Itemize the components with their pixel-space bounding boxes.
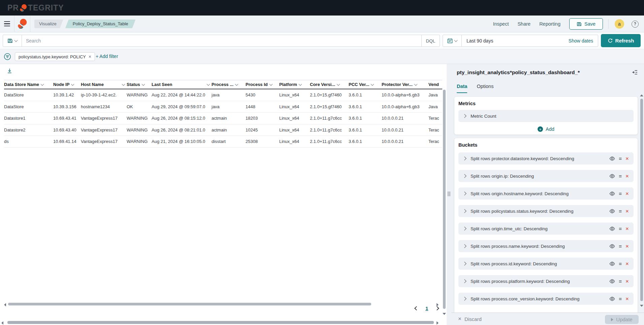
- toggle-visibility-eye-icon[interactable]: [609, 208, 615, 214]
- drag-handle-icon[interactable]: =: [619, 174, 622, 179]
- table-horizontal-scrollbar[interactable]: [8, 303, 371, 305]
- column-header[interactable]: Platform: [279, 82, 310, 87]
- help-icon[interactable]: ?: [632, 21, 639, 28]
- tab-options[interactable]: Options: [477, 84, 493, 93]
- delete-bucket-icon[interactable]: ×: [625, 243, 629, 249]
- drag-handle-icon[interactable]: =: [619, 279, 622, 284]
- panel-resizer-handle[interactable]: [447, 64, 451, 325]
- delete-bucket-icon[interactable]: ×: [625, 261, 629, 267]
- delete-bucket-icon[interactable]: ×: [625, 156, 629, 161]
- bucket-accordion[interactable]: Split rows process.platform.keyword: Des…: [458, 275, 634, 287]
- drag-handle-icon[interactable]: =: [619, 296, 622, 301]
- previous-page-icon[interactable]: [414, 306, 419, 311]
- bucket-accordion[interactable]: Split rows process.name.keyword: Descend…: [458, 240, 634, 252]
- search-input[interactable]: Search DQL: [3, 35, 440, 47]
- remove-filter-icon[interactable]: ×: [89, 54, 91, 59]
- drag-handle-icon[interactable]: =: [619, 209, 622, 214]
- column-header[interactable]: Status: [127, 82, 152, 87]
- table-row[interactable]: DataStore 10.39.1.42 ip-10-39-1-42.ec2. …: [4, 89, 442, 101]
- avatar[interactable]: a: [615, 19, 624, 29]
- panel-scroll-down-arrow[interactable]: [640, 305, 643, 307]
- update-button[interactable]: Update: [605, 315, 639, 324]
- data-table: Data Store Name Node IP Host Name Status…: [4, 80, 442, 148]
- toggle-visibility-eye-icon[interactable]: [609, 278, 615, 284]
- cell-status: OK: [127, 104, 152, 109]
- drag-handle-icon[interactable]: =: [619, 226, 622, 231]
- column-header[interactable]: Process Id: [246, 82, 279, 87]
- delete-bucket-icon[interactable]: ×: [625, 296, 629, 302]
- table-row[interactable]: ds 10.69.41.14 VantageExpress17 WARNING …: [4, 136, 442, 148]
- table-row[interactable]: Datastore1 10.69.43.41 VantageExpress17 …: [4, 113, 442, 124]
- toggle-visibility-eye-icon[interactable]: [609, 261, 615, 267]
- page-number[interactable]: 1: [425, 305, 428, 311]
- scroll-down-arrow[interactable]: [443, 313, 446, 315]
- column-header[interactable]: Protector Ver...: [382, 82, 428, 87]
- saved-query-menu-button[interactable]: [3, 35, 22, 47]
- add-metric-button[interactable]: + Add: [458, 126, 634, 132]
- cell-process-name: java: [212, 104, 246, 109]
- column-header[interactable]: PCC Ver...: [349, 82, 382, 87]
- table-vertical-scrollbar[interactable]: [443, 90, 446, 309]
- bucket-accordion[interactable]: Split rows origin.ip: Descending = ×: [458, 170, 634, 182]
- inspect-link[interactable]: Inspect: [493, 21, 509, 27]
- drag-handle-icon[interactable]: =: [619, 261, 622, 266]
- add-filter-link[interactable]: + Add filter: [96, 54, 118, 59]
- column-header[interactable]: Host Name: [81, 82, 127, 87]
- metric-count-accordion[interactable]: Metric Count: [458, 110, 634, 122]
- header-nav-bar: Visualize Policy_Deploy_Status_Table Ins…: [0, 16, 644, 32]
- date-picker[interactable]: Last 90 days Show dates: [443, 35, 598, 47]
- drag-handle-icon[interactable]: =: [619, 156, 622, 161]
- column-header[interactable]: Node IP: [53, 82, 81, 87]
- column-header[interactable]: Process ...: [212, 82, 246, 87]
- next-page-icon[interactable]: [435, 306, 439, 311]
- download-csv-icon[interactable]: [7, 68, 12, 74]
- column-header[interactable]: Last Seen: [152, 82, 212, 87]
- delete-bucket-icon[interactable]: ×: [625, 226, 629, 232]
- toggle-visibility-eye-icon[interactable]: [609, 296, 615, 302]
- panel-scroll-up-arrow[interactable]: [640, 94, 643, 96]
- toggle-visibility-eye-icon[interactable]: [609, 226, 615, 232]
- table-row[interactable]: Datastore2 10.69.43.40 VantageExpress17 …: [4, 124, 442, 136]
- toggle-visibility-eye-icon[interactable]: [609, 173, 615, 179]
- show-dates-link[interactable]: Show dates: [569, 38, 593, 43]
- toggle-visibility-eye-icon[interactable]: [609, 243, 615, 249]
- tab-data[interactable]: Data: [457, 84, 467, 93]
- delete-bucket-icon[interactable]: ×: [625, 191, 629, 197]
- page-scroll-right-arrow[interactable]: [437, 321, 439, 325]
- breadcrumb-visualize[interactable]: Visualize: [34, 20, 63, 28]
- column-header[interactable]: Core Versi...: [310, 82, 349, 87]
- protegrity-app-icon[interactable]: [14, 16, 30, 32]
- bucket-accordion[interactable]: Split rows protector.datastore.keyword: …: [458, 152, 634, 165]
- page-scroll-left-arrow[interactable]: [1, 321, 3, 325]
- discard-button[interactable]: × Discard: [458, 316, 482, 322]
- table-row[interactable]: DataStore 10.39.3.156 hostname1234 OK Au…: [4, 101, 442, 113]
- panel-vertical-scrollbar[interactable]: [640, 99, 643, 301]
- collapse-panel-icon[interactable]: [632, 69, 638, 75]
- save-button[interactable]: Save: [569, 18, 603, 30]
- delete-bucket-icon[interactable]: ×: [625, 173, 629, 179]
- menu-hamburger-icon[interactable]: [0, 16, 14, 32]
- date-range-value[interactable]: Last 90 days: [466, 38, 569, 43]
- column-header[interactable]: Vend: [428, 82, 442, 87]
- date-quick-select-button[interactable]: [443, 35, 462, 47]
- column-header[interactable]: Data Store Name: [4, 82, 53, 87]
- bucket-accordion[interactable]: Split rows policystatus.status.keyword: …: [458, 205, 634, 217]
- filter-pill[interactable]: policystatus.type.keyword: POLICY ×: [15, 52, 95, 61]
- bucket-accordion[interactable]: Split rows origin.time_utc: Descending =…: [458, 223, 634, 235]
- dql-language-button[interactable]: DQL: [421, 35, 440, 47]
- bucket-accordion[interactable]: Split rows process.core_version.keyword:…: [458, 293, 634, 305]
- filter-menu-icon[interactable]: [4, 53, 11, 60]
- drag-handle-icon[interactable]: =: [619, 191, 622, 196]
- scroll-left-arrow[interactable]: [4, 303, 6, 306]
- share-link[interactable]: Share: [517, 21, 530, 27]
- refresh-button[interactable]: Refresh: [601, 34, 641, 47]
- toggle-visibility-eye-icon[interactable]: [609, 191, 615, 197]
- bucket-accordion[interactable]: Split rows process.id.keyword: Descendin…: [458, 258, 634, 270]
- delete-bucket-icon[interactable]: ×: [625, 208, 629, 214]
- page-horizontal-scrollbar[interactable]: [7, 321, 434, 324]
- toggle-visibility-eye-icon[interactable]: [609, 156, 615, 161]
- reporting-link[interactable]: Reporting: [539, 21, 560, 27]
- bucket-accordion[interactable]: Split rows origin.hostname.keyword: Desc…: [458, 187, 634, 200]
- drag-handle-icon[interactable]: =: [619, 244, 622, 249]
- delete-bucket-icon[interactable]: ×: [625, 278, 629, 284]
